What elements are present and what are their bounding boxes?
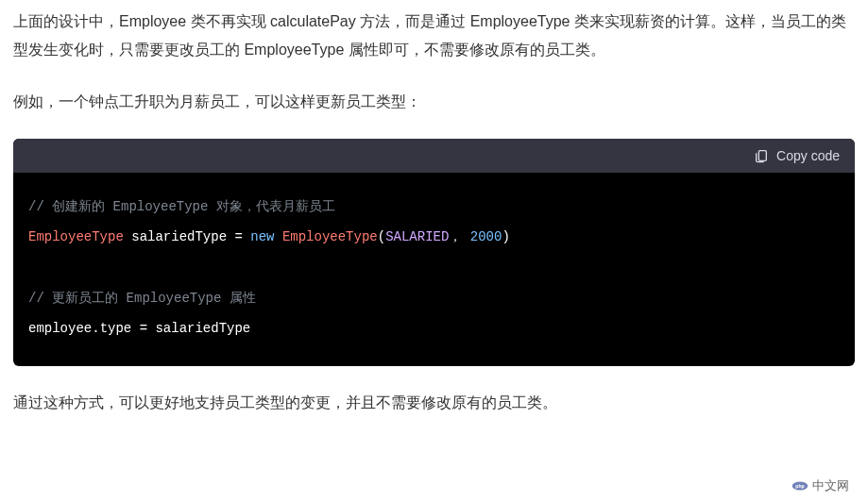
copy-code-label: Copy code: [776, 148, 840, 163]
watermark: php 中文网: [786, 476, 855, 496]
code-number: 2000: [470, 229, 502, 244]
code-variable: salariedType: [131, 229, 227, 244]
code-paren-close: ): [502, 229, 509, 244]
code-dot: .: [92, 321, 99, 336]
code-value: salariedType: [155, 321, 250, 336]
outro-paragraph: 通过这种方式，可以更好地支持员工类型的变更，并且不需要修改原有的员工类。: [13, 389, 855, 417]
code-block: Copy code // 创建新的 EmployeeType 对象，代表月薪员工…: [13, 139, 855, 366]
php-logo-icon: php: [791, 477, 808, 494]
code-property: type: [100, 321, 132, 336]
svg-text:php: php: [795, 483, 805, 489]
code-type: EmployeeType: [28, 229, 124, 244]
code-content: // 创建新的 EmployeeType 对象，代表月薪员工 EmployeeT…: [13, 173, 855, 366]
code-object: employee: [28, 321, 92, 336]
code-comma: ，: [449, 229, 462, 244]
svg-rect-0: [758, 151, 766, 161]
code-constructor: EmployeeType: [282, 229, 378, 244]
code-operator-2: =: [140, 321, 147, 336]
code-comment-1: // 创建新的 EmployeeType 对象，代表月薪员工: [28, 199, 335, 214]
code-keyword-new: new: [250, 229, 274, 244]
intro-paragraph-1: 上面的设计中，Employee 类不再实现 calculatePay 方法，而是…: [13, 8, 855, 65]
watermark-text: 中文网: [812, 477, 849, 494]
code-comment-2: // 更新员工的 EmployeeType 属性: [28, 291, 256, 306]
code-constant: SALARIED: [385, 229, 449, 244]
code-header: Copy code: [13, 139, 855, 173]
code-paren-open: (: [378, 229, 385, 244]
clipboard-icon: [754, 148, 769, 163]
copy-code-button[interactable]: Copy code: [754, 148, 840, 163]
intro-paragraph-2: 例如，一个钟点工升职为月薪员工，可以这样更新员工类型：: [13, 88, 855, 116]
code-operator: =: [234, 229, 242, 244]
